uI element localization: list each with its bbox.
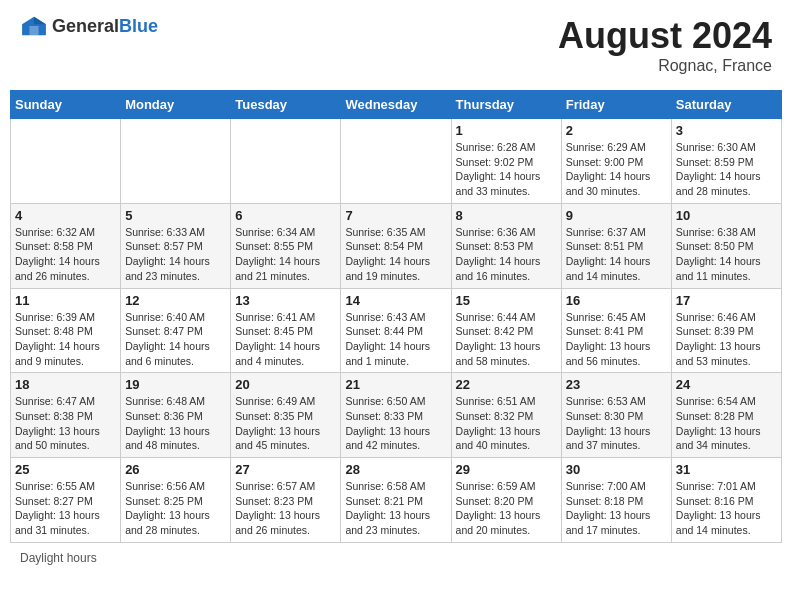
calendar-cell: 26Sunrise: 6:56 AMSunset: 8:25 PMDayligh… <box>121 458 231 543</box>
footer: Daylight hours <box>10 551 782 565</box>
day-number: 17 <box>676 293 777 308</box>
day-number: 16 <box>566 293 667 308</box>
calendar-cell: 24Sunrise: 6:54 AMSunset: 8:28 PMDayligh… <box>671 373 781 458</box>
calendar-cell: 9Sunrise: 6:37 AMSunset: 8:51 PMDaylight… <box>561 203 671 288</box>
svg-marker-1 <box>34 17 46 24</box>
calendar-cell: 16Sunrise: 6:45 AMSunset: 8:41 PMDayligh… <box>561 288 671 373</box>
col-sunday: Sunday <box>11 91 121 119</box>
title-block: August 2024 Rognac, France <box>558 15 772 75</box>
logo-icon <box>20 15 48 37</box>
day-info: Sunrise: 6:32 AMSunset: 8:58 PMDaylight:… <box>15 225 116 284</box>
day-info: Sunrise: 6:53 AMSunset: 8:30 PMDaylight:… <box>566 394 667 453</box>
day-number: 15 <box>456 293 557 308</box>
month-year-title: August 2024 <box>558 15 772 57</box>
calendar-cell: 15Sunrise: 6:44 AMSunset: 8:42 PMDayligh… <box>451 288 561 373</box>
calendar-cell: 11Sunrise: 6:39 AMSunset: 8:48 PMDayligh… <box>11 288 121 373</box>
day-info: Sunrise: 6:58 AMSunset: 8:21 PMDaylight:… <box>345 479 446 538</box>
day-number: 26 <box>125 462 226 477</box>
day-info: Sunrise: 6:56 AMSunset: 8:25 PMDaylight:… <box>125 479 226 538</box>
calendar-cell <box>341 119 451 204</box>
day-number: 12 <box>125 293 226 308</box>
day-number: 20 <box>235 377 336 392</box>
calendar-cell: 23Sunrise: 6:53 AMSunset: 8:30 PMDayligh… <box>561 373 671 458</box>
calendar-cell: 3Sunrise: 6:30 AMSunset: 8:59 PMDaylight… <box>671 119 781 204</box>
day-info: Sunrise: 6:30 AMSunset: 8:59 PMDaylight:… <box>676 140 777 199</box>
calendar-cell: 6Sunrise: 6:34 AMSunset: 8:55 PMDaylight… <box>231 203 341 288</box>
calendar-cell: 31Sunrise: 7:01 AMSunset: 8:16 PMDayligh… <box>671 458 781 543</box>
day-info: Sunrise: 6:59 AMSunset: 8:20 PMDaylight:… <box>456 479 557 538</box>
day-number: 29 <box>456 462 557 477</box>
calendar-cell: 17Sunrise: 6:46 AMSunset: 8:39 PMDayligh… <box>671 288 781 373</box>
day-number: 24 <box>676 377 777 392</box>
col-saturday: Saturday <box>671 91 781 119</box>
day-number: 7 <box>345 208 446 223</box>
calendar-cell: 18Sunrise: 6:47 AMSunset: 8:38 PMDayligh… <box>11 373 121 458</box>
day-number: 28 <box>345 462 446 477</box>
day-info: Sunrise: 6:43 AMSunset: 8:44 PMDaylight:… <box>345 310 446 369</box>
day-info: Sunrise: 6:39 AMSunset: 8:48 PMDaylight:… <box>15 310 116 369</box>
day-number: 2 <box>566 123 667 138</box>
day-info: Sunrise: 6:33 AMSunset: 8:57 PMDaylight:… <box>125 225 226 284</box>
calendar-cell: 8Sunrise: 6:36 AMSunset: 8:53 PMDaylight… <box>451 203 561 288</box>
calendar-cell: 25Sunrise: 6:55 AMSunset: 8:27 PMDayligh… <box>11 458 121 543</box>
logo-general-text: General <box>52 16 119 36</box>
calendar-cell: 27Sunrise: 6:57 AMSunset: 8:23 PMDayligh… <box>231 458 341 543</box>
day-number: 13 <box>235 293 336 308</box>
calendar-cell: 21Sunrise: 6:50 AMSunset: 8:33 PMDayligh… <box>341 373 451 458</box>
day-info: Sunrise: 6:29 AMSunset: 9:00 PMDaylight:… <box>566 140 667 199</box>
calendar-week-2: 4Sunrise: 6:32 AMSunset: 8:58 PMDaylight… <box>11 203 782 288</box>
calendar-cell: 4Sunrise: 6:32 AMSunset: 8:58 PMDaylight… <box>11 203 121 288</box>
calendar-cell: 1Sunrise: 6:28 AMSunset: 9:02 PMDaylight… <box>451 119 561 204</box>
calendar-cell: 14Sunrise: 6:43 AMSunset: 8:44 PMDayligh… <box>341 288 451 373</box>
calendar-cell: 29Sunrise: 6:59 AMSunset: 8:20 PMDayligh… <box>451 458 561 543</box>
calendar-week-4: 18Sunrise: 6:47 AMSunset: 8:38 PMDayligh… <box>11 373 782 458</box>
calendar-cell: 22Sunrise: 6:51 AMSunset: 8:32 PMDayligh… <box>451 373 561 458</box>
calendar-cell: 20Sunrise: 6:49 AMSunset: 8:35 PMDayligh… <box>231 373 341 458</box>
day-number: 10 <box>676 208 777 223</box>
day-number: 11 <box>15 293 116 308</box>
calendar-cell: 5Sunrise: 6:33 AMSunset: 8:57 PMDaylight… <box>121 203 231 288</box>
calendar-cell: 30Sunrise: 7:00 AMSunset: 8:18 PMDayligh… <box>561 458 671 543</box>
day-info: Sunrise: 6:46 AMSunset: 8:39 PMDaylight:… <box>676 310 777 369</box>
day-number: 23 <box>566 377 667 392</box>
calendar-cell: 19Sunrise: 6:48 AMSunset: 8:36 PMDayligh… <box>121 373 231 458</box>
day-info: Sunrise: 6:40 AMSunset: 8:47 PMDaylight:… <box>125 310 226 369</box>
day-info: Sunrise: 6:48 AMSunset: 8:36 PMDaylight:… <box>125 394 226 453</box>
day-info: Sunrise: 6:35 AMSunset: 8:54 PMDaylight:… <box>345 225 446 284</box>
day-info: Sunrise: 6:28 AMSunset: 9:02 PMDaylight:… <box>456 140 557 199</box>
day-info: Sunrise: 6:37 AMSunset: 8:51 PMDaylight:… <box>566 225 667 284</box>
calendar-week-1: 1Sunrise: 6:28 AMSunset: 9:02 PMDaylight… <box>11 119 782 204</box>
day-number: 3 <box>676 123 777 138</box>
day-info: Sunrise: 6:47 AMSunset: 8:38 PMDaylight:… <box>15 394 116 453</box>
col-thursday: Thursday <box>451 91 561 119</box>
location-subtitle: Rognac, France <box>558 57 772 75</box>
day-number: 18 <box>15 377 116 392</box>
calendar-cell: 7Sunrise: 6:35 AMSunset: 8:54 PMDaylight… <box>341 203 451 288</box>
day-info: Sunrise: 6:34 AMSunset: 8:55 PMDaylight:… <box>235 225 336 284</box>
calendar-cell: 28Sunrise: 6:58 AMSunset: 8:21 PMDayligh… <box>341 458 451 543</box>
col-monday: Monday <box>121 91 231 119</box>
calendar-week-5: 25Sunrise: 6:55 AMSunset: 8:27 PMDayligh… <box>11 458 782 543</box>
calendar-table: Sunday Monday Tuesday Wednesday Thursday… <box>10 90 782 543</box>
svg-rect-2 <box>29 26 38 35</box>
day-info: Sunrise: 6:49 AMSunset: 8:35 PMDaylight:… <box>235 394 336 453</box>
day-number: 9 <box>566 208 667 223</box>
day-info: Sunrise: 7:01 AMSunset: 8:16 PMDaylight:… <box>676 479 777 538</box>
logo-blue-text: Blue <box>119 16 158 36</box>
col-friday: Friday <box>561 91 671 119</box>
day-number: 22 <box>456 377 557 392</box>
calendar-week-3: 11Sunrise: 6:39 AMSunset: 8:48 PMDayligh… <box>11 288 782 373</box>
day-number: 1 <box>456 123 557 138</box>
day-number: 21 <box>345 377 446 392</box>
calendar-cell: 2Sunrise: 6:29 AMSunset: 9:00 PMDaylight… <box>561 119 671 204</box>
daylight-label: Daylight hours <box>20 551 97 565</box>
calendar-cell: 10Sunrise: 6:38 AMSunset: 8:50 PMDayligh… <box>671 203 781 288</box>
day-info: Sunrise: 6:41 AMSunset: 8:45 PMDaylight:… <box>235 310 336 369</box>
col-wednesday: Wednesday <box>341 91 451 119</box>
page-header: GeneralBlue August 2024 Rognac, France <box>10 10 782 80</box>
calendar-cell <box>231 119 341 204</box>
day-info: Sunrise: 6:50 AMSunset: 8:33 PMDaylight:… <box>345 394 446 453</box>
day-number: 19 <box>125 377 226 392</box>
logo: GeneralBlue <box>20 15 158 37</box>
day-number: 27 <box>235 462 336 477</box>
